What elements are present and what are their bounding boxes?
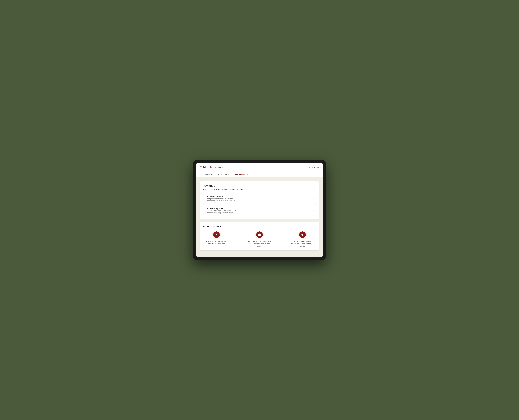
reward-welcome-desc: A complimentary barista-made drink xyxy=(206,198,235,200)
how-it-works-title: HOW IT WORKS xyxy=(203,225,316,228)
tab-my-orders[interactable]: MY ORDERS xyxy=(199,172,216,177)
reward-item-welcome[interactable]: Your Welcome Gift A complimentary barist… xyxy=(203,193,316,204)
svg-rect-4 xyxy=(302,234,304,234)
svg-rect-5 xyxy=(302,236,303,236)
how-it-works-card: HOW IT WORKS ✕ COLLECT up to 9 digital S… xyxy=(199,222,320,251)
reward-item-birthday-content: Your Birthday Treat A Sweet Treat From O… xyxy=(206,207,236,214)
reward-item-welcome-content: Your Welcome Gift A complimentary barist… xyxy=(206,195,235,202)
reward-birthday-desc: A Sweet Treat From Our Baker's Table xyxy=(206,210,236,212)
step-enjoy-label: ENJOY a barista-made drink or a loaf of … xyxy=(290,240,314,247)
step-spend-label: SPEND more than £20 and we'll give you a… xyxy=(248,240,272,247)
device-frame: GAIL's Menu ↪ Sign Out MY ORDERS xyxy=(193,160,326,260)
sign-out-icon: ↪ xyxy=(309,166,310,168)
tab-my-account[interactable]: MY ACCOUNT xyxy=(216,172,233,177)
reward-item-birthday[interactable]: Your Birthday Treat A Sweet Treat From O… xyxy=(203,205,316,216)
step-collect: ✕ COLLECT up to 9 digital STAMPS in your… xyxy=(205,231,229,245)
step-spend: SPEND more than £20 and we'll give you a… xyxy=(248,231,272,247)
gails-logo: GAIL's xyxy=(199,165,212,169)
reward-birthday-chevron: › xyxy=(313,209,313,212)
step-enjoy: ENJOY a barista-made drink or a loaf of … xyxy=(290,231,314,247)
step-spend-icon xyxy=(256,232,263,238)
step-enjoy-icon-wrapper xyxy=(298,231,307,239)
reward-birthday-validity: Valid until: Thu 8 Aug 2024 at 12:59AM xyxy=(206,212,236,214)
tab-my-rewards[interactable]: MY REWARDS xyxy=(233,172,251,177)
connector-line-1 xyxy=(229,231,248,231)
step-collect-icon-wrapper: ✕ xyxy=(212,231,221,239)
reward-birthday-title: Your Birthday Treat xyxy=(206,207,236,210)
header-left: GAIL's Menu xyxy=(199,165,223,169)
sign-out-link[interactable]: ↪ Sign Out xyxy=(309,166,320,168)
rewards-card: REWARDS You have 2 available rewards on … xyxy=(199,181,320,219)
steps-container: ✕ COLLECT up to 9 digital STAMPS in your… xyxy=(203,231,316,247)
cup-svg xyxy=(301,233,304,237)
reward-welcome-validity: Valid until: Mon 26 Aug 2024 at 12:59AM xyxy=(206,200,235,202)
menu-link[interactable]: Menu xyxy=(214,166,223,168)
step-collect-label: COLLECT up to 9 digital STAMPS in your a… xyxy=(205,240,229,245)
step-spend-icon-wrapper xyxy=(255,231,264,239)
sign-out-label: Sign Out xyxy=(311,166,320,168)
connector-line-2 xyxy=(271,231,290,231)
step-connector-1 xyxy=(229,231,248,235)
step-enjoy-icon xyxy=(299,232,306,238)
bag-svg xyxy=(258,233,261,237)
menu-label: Menu xyxy=(218,166,223,168)
device-screen: GAIL's Menu ↪ Sign Out MY ORDERS xyxy=(196,163,323,257)
reward-welcome-chevron: › xyxy=(313,197,313,200)
main-content: REWARDS You have 2 available rewards on … xyxy=(196,177,323,255)
rewards-section-title: REWARDS xyxy=(203,185,316,187)
step-collect-icon: ✕ xyxy=(213,232,220,238)
nav-tabs: MY ORDERS MY ACCOUNT MY REWARDS xyxy=(196,172,323,177)
menu-icon xyxy=(214,166,217,168)
rewards-subtitle: You have 2 available rewards on your acc… xyxy=(203,188,316,191)
svg-rect-1 xyxy=(258,234,261,236)
svg-rect-3 xyxy=(302,234,303,236)
header: GAIL's Menu ↪ Sign Out xyxy=(196,163,323,172)
reward-welcome-title: Your Welcome Gift xyxy=(206,195,235,197)
x-icon: ✕ xyxy=(215,233,218,237)
step-connector-2 xyxy=(271,231,290,235)
